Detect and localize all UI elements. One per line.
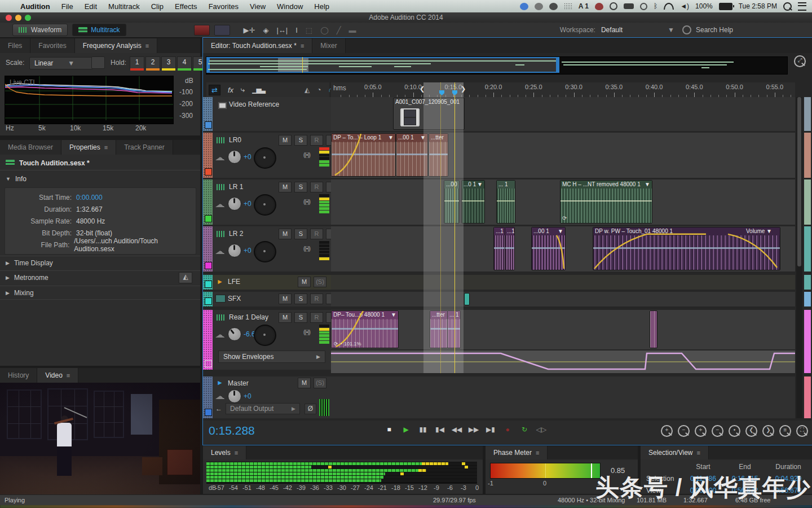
video-preview[interactable] (0, 383, 200, 508)
rewind-button[interactable]: ◀◀ (450, 424, 464, 435)
track-content-master[interactable] (331, 376, 795, 418)
record-arm-button[interactable]: R (310, 182, 323, 192)
playhead-line[interactable] (454, 82, 455, 373)
goto-next-button[interactable]: ▶▮ (484, 424, 497, 435)
hold-button[interactable]: 2 (145, 56, 160, 69)
solo-button[interactable]: S (294, 135, 307, 146)
solo-button[interactable]: S (294, 294, 307, 304)
gain-value[interactable]: +0 (244, 247, 251, 255)
loop-playback-button[interactable]: ↻ (518, 424, 531, 435)
track-name[interactable]: LR 1 (229, 183, 243, 191)
track-swatch[interactable] (205, 281, 212, 288)
metronome-icon[interactable]: ◭ (179, 272, 192, 283)
zoom-strip[interactable] (804, 179, 811, 225)
track-header-lr2[interactable]: LR 2 M S R I +0 ((•)) (203, 226, 331, 271)
track-content-lfe[interactable] (331, 275, 795, 290)
zoom-full-button[interactable]: ⛶ (796, 425, 808, 437)
volume-knob[interactable] (228, 327, 241, 341)
notifications-icon[interactable] (535, 3, 543, 10)
info-section-header[interactable]: ▼Info (6, 175, 27, 183)
metronome-section[interactable]: ▶Metronome ◭ (0, 270, 200, 284)
healing-tool-icon[interactable]: ▬ (349, 26, 356, 34)
track-header-lfe[interactable]: ► LFE M (S) (203, 275, 331, 290)
audio-clip[interactable]: DP– Tou...p 48000 1 ▼ ⟳ ◔ 101.1% (331, 310, 399, 348)
solo-button[interactable]: S (294, 312, 307, 323)
solo-safe-button[interactable]: (S) (314, 277, 326, 287)
track-name[interactable]: Rear 1 Delay (229, 313, 268, 321)
panel-menu-icon[interactable]: ≡ (145, 42, 149, 49)
rear-envelope-lane[interactable] (331, 351, 795, 373)
audio-clip-sliver[interactable] (464, 293, 470, 305)
grid-status-icon[interactable] (564, 3, 572, 10)
surround-panner[interactable] (254, 325, 276, 346)
volume-knob[interactable] (228, 150, 241, 164)
audio-clip[interactable]: ...00 1 ▼ (531, 227, 566, 270)
zoom-in-button[interactable]: + (661, 425, 673, 437)
track-content-lr2[interactable]: ...1 ...1 ...00 1 ▼ DP w. PW – Touch_01 … (331, 226, 795, 271)
solo-button[interactable]: S (294, 229, 307, 239)
pause-button[interactable]: ▮▮ (416, 424, 430, 435)
tab-editor[interactable]: Editor: Touch Audition.sesx *≡ (203, 38, 312, 53)
menu-effects[interactable]: Effects (169, 2, 203, 11)
track-name[interactable]: LR0 (229, 136, 241, 144)
app-status-icon[interactable] (549, 3, 558, 10)
audio-clip-sliver[interactable] (650, 310, 657, 348)
audio-clip[interactable]: ... 1 ▼ (496, 180, 515, 224)
time-display-section[interactable]: ▶Time Display (0, 256, 200, 270)
stop-button[interactable]: ■ (382, 424, 396, 435)
zoom-strip[interactable] (804, 376, 811, 418)
time-selection-tool-icon[interactable]: |↔| (276, 26, 288, 34)
time-machine-icon[interactable] (640, 3, 647, 10)
panel-menu-icon[interactable]: ≡ (67, 372, 70, 379)
circle-utility-icon[interactable] (610, 2, 617, 10)
tab-files[interactable]: Files (0, 38, 30, 53)
time-selection-overlay[interactable] (423, 82, 464, 373)
audio-clip[interactable]: DP – To...\– Loop 1 ▼ (331, 133, 396, 177)
track-header-lr0[interactable]: LR0 M S R I +0 ((•)) (203, 133, 331, 178)
tab-properties[interactable]: Properties≡ (61, 140, 116, 155)
tab-history[interactable]: History (0, 368, 37, 383)
keyboard-icon[interactable] (624, 3, 634, 9)
show-envelopes-dropdown[interactable]: Show Envelopes▶ (218, 351, 325, 363)
zoom-amplitude-out-button[interactable]: − (712, 425, 723, 437)
track-content-sfx[interactable] (331, 292, 795, 306)
mcafee-icon[interactable] (595, 3, 603, 10)
track-swatch[interactable] (205, 409, 212, 416)
track-content-rear[interactable]: DP– Tou...p 48000 1 ▼ ⟳ ◔ 101.1% ...tter… (331, 310, 795, 349)
play-button[interactable]: ▶ (399, 424, 413, 435)
volume-knob[interactable] (228, 244, 241, 257)
track-swatch[interactable] (205, 121, 212, 129)
zoom-strip[interactable] (804, 133, 811, 178)
zoom-out-button[interactable]: − (678, 425, 690, 437)
surround-panner[interactable] (254, 147, 276, 169)
track-content-lr0[interactable]: DP – To...\– Loop 1 ▼ ...00 1 ▼ ...tter (331, 133, 795, 178)
track-header-lr1[interactable]: LR 1 M S R I +0 ((•)) (203, 179, 331, 225)
scrollbar-thumb[interactable] (797, 97, 801, 266)
track-name[interactable]: Master (228, 379, 249, 387)
zoom-strip[interactable] (804, 226, 811, 271)
track-name[interactable]: Video Reference (229, 100, 279, 108)
gain-value[interactable]: +0 (244, 153, 251, 161)
tab-levels[interactable]: Levels≡ (203, 446, 246, 459)
track-header-video[interactable]: Video Reference (203, 97, 331, 131)
zoom-out-point-button[interactable]: ❯ (762, 425, 774, 437)
mute-button[interactable]: M (279, 294, 292, 304)
panel-menu-icon[interactable]: ≡ (697, 449, 700, 456)
zoom-amplitude-in-button[interactable]: + (695, 425, 707, 437)
output-select[interactable]: Default Output▶ (226, 403, 300, 414)
overview-zoom-navigate-icon[interactable]: ⤢ (794, 55, 806, 67)
vertical-scrollbar[interactable] (796, 97, 802, 418)
scale-select[interactable]: Linear▼ (29, 57, 93, 69)
track-content-lr1[interactable]: ...00 1 ...0 1 ▼ ... 1 ▼ MC H – ...NT re… (331, 179, 795, 225)
menu-window[interactable]: Window (271, 2, 308, 11)
volume-knob[interactable] (228, 197, 241, 211)
zoom-strip[interactable] (804, 310, 811, 373)
track-name[interactable]: LFE (228, 278, 240, 286)
menu-file[interactable]: File (56, 2, 79, 11)
menu-multitrack[interactable]: Multitrack (103, 2, 145, 11)
menu-audition[interactable]: Audition (15, 2, 56, 11)
volume-icon[interactable]: ◄) (680, 2, 689, 10)
tab-frequency-analysis[interactable]: Frequency Analysis≡ (75, 38, 157, 53)
minimize-window-button[interactable] (15, 15, 21, 21)
sends-icon[interactable]: ((•)) (303, 152, 310, 158)
